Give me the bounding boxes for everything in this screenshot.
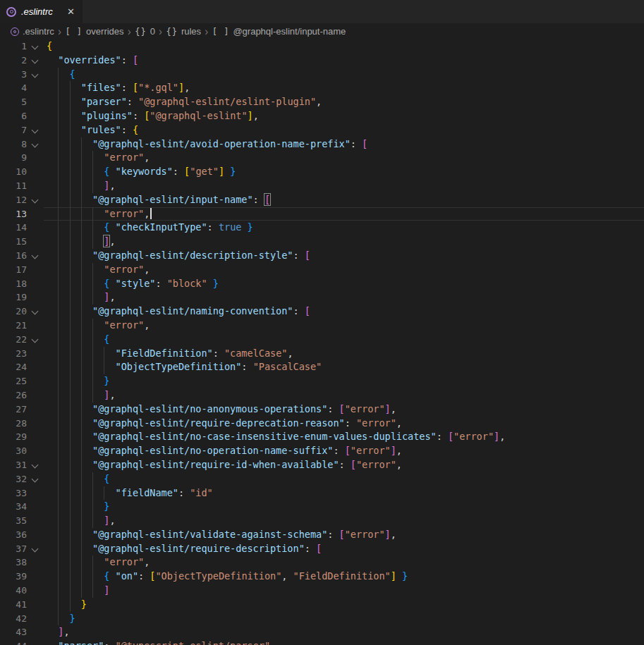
code-line[interactable]: 28 "@graphql-eslint/require-deprecation-… [0,417,644,431]
code-line[interactable]: 40 ] [0,584,644,598]
code-text[interactable]: "@graphql-eslint/input-name": [ [44,193,644,207]
line-number[interactable]: 37 [0,542,27,556]
line-number[interactable]: 34 [0,500,27,514]
code-text[interactable]: ] [44,584,644,598]
line-number[interactable]: 10 [0,165,27,179]
code-text[interactable]: "@graphql-eslint/require-description": [ [44,542,644,556]
code-text[interactable]: ], [44,179,644,193]
code-line[interactable]: 4 "files": ["*.gql"], [0,81,644,95]
line-number[interactable]: 17 [0,263,27,277]
line-number[interactable]: 9 [0,151,27,165]
code-text[interactable]: "parser": "@graphql-eslint/eslint-plugin… [44,95,644,109]
code-text[interactable]: "FieldDefinition": "camelCase", [44,347,644,361]
code-line[interactable]: 43 ], [0,625,644,639]
code-line[interactable]: 13 "error", [0,207,644,221]
line-number[interactable]: 16 [0,249,27,263]
line-number[interactable]: 12 [0,193,27,207]
code-line[interactable]: 1{ [0,39,644,54]
code-line[interactable]: 33 "fieldName": "id" [0,486,644,500]
line-number[interactable]: 25 [0,374,27,388]
code-text[interactable]: "ObjectTypeDefinition": "PascalCase" [44,360,644,374]
code-text[interactable]: "@graphql-eslint/naming-convention": [ [44,305,644,319]
code-line[interactable]: 34 } [0,500,644,514]
line-number[interactable]: 6 [0,109,27,123]
code-text[interactable]: ], [44,235,644,249]
close-icon[interactable]: ✕ [66,6,76,17]
chevron-down-icon[interactable] [27,193,44,207]
line-number[interactable]: 4 [0,81,27,95]
code-text[interactable]: { [44,68,644,82]
line-number[interactable]: 23 [0,347,27,361]
code-line[interactable]: 14 { "checkInputType": true } [0,221,644,235]
code-text[interactable]: "plugins": ["@graphql-eslint"], [44,109,644,123]
code-text[interactable]: { [44,472,644,486]
line-number[interactable]: 28 [0,417,27,431]
line-number[interactable]: 43 [0,625,27,639]
code-text[interactable]: "error", [44,319,644,333]
code-line[interactable]: 18 { "style": "block" } [0,277,644,291]
code-line[interactable]: 36 "@graphql-eslint/validate-against-sch… [0,528,644,542]
chevron-down-icon[interactable] [27,123,44,137]
code-line[interactable]: 24 "ObjectTypeDefinition": "PascalCase" [0,360,644,374]
code-line[interactable]: 25 } [0,374,644,388]
chevron-down-icon[interactable] [27,458,44,472]
code-line[interactable]: 29 "@graphql-eslint/no-case-insensitive-… [0,430,644,444]
code-text[interactable]: } [44,598,644,612]
line-number[interactable]: 15 [0,235,27,249]
line-number[interactable]: 1 [0,39,27,54]
code-text[interactable]: "overrides": [ [44,54,644,68]
code-line[interactable]: 35 ], [0,514,644,528]
code-text[interactable]: "@graphql-eslint/avoid-operation-name-pr… [44,137,644,152]
code-line[interactable]: 41 } [0,598,644,612]
line-number[interactable]: 11 [0,179,27,193]
code-line[interactable]: 2 "overrides": [ [0,54,644,68]
line-number[interactable]: 30 [0,444,27,458]
code-line[interactable]: 31 "@graphql-eslint/require-id-when-avai… [0,458,644,472]
line-number[interactable]: 44 [0,639,27,645]
code-text[interactable]: "@graphql-eslint/no-anonymous-operations… [44,403,644,417]
line-number[interactable]: 14 [0,221,27,235]
line-number[interactable]: 20 [0,305,27,319]
chevron-down-icon[interactable] [27,54,44,68]
line-number[interactable]: 38 [0,555,27,570]
code-text[interactable]: "error", [44,207,644,221]
code-text[interactable]: "@graphql-eslint/require-deprecation-rea… [44,417,644,431]
chevron-down-icon[interactable] [27,542,44,556]
code-text[interactable]: { "style": "block" } [44,277,644,291]
code-line[interactable]: 7 "rules": { [0,123,644,137]
code-line[interactable]: 44 "parser": "@typescript-eslint/parser"… [0,639,644,645]
chevron-down-icon[interactable] [27,472,44,486]
code-text[interactable]: { [44,39,644,54]
code-line[interactable]: 23 "FieldDefinition": "camelCase", [0,347,644,361]
code-line[interactable]: 16 "@graphql-eslint/description-style": … [0,249,644,263]
code-text[interactable]: } [44,374,644,388]
code-text[interactable]: ], [44,290,644,305]
code-line[interactable]: 5 "parser": "@graphql-eslint/eslint-plug… [0,95,644,109]
line-number[interactable]: 32 [0,472,27,486]
code-text[interactable]: { "checkInputType": true } [44,221,644,235]
code-text[interactable]: "@graphql-eslint/no-case-insensitive-enu… [44,430,644,444]
line-number[interactable]: 31 [0,458,27,472]
code-text[interactable]: "error", [44,151,644,165]
code-line[interactable]: 17 "error", [0,263,644,277]
code-text[interactable]: } [44,500,644,514]
code-text[interactable]: "rules": { [44,123,644,137]
code-line[interactable]: 20 "@graphql-eslint/naming-convention": … [0,305,644,319]
line-number[interactable]: 27 [0,403,27,417]
line-number[interactable]: 7 [0,123,27,137]
chevron-down-icon[interactable] [27,137,44,152]
line-number[interactable]: 19 [0,290,27,305]
code-line[interactable]: 8 "@graphql-eslint/avoid-operation-name-… [0,137,644,152]
code-line[interactable]: 32 { [0,472,644,486]
chevron-down-icon[interactable] [27,68,44,82]
line-number[interactable]: 13 [0,207,27,221]
code-line[interactable]: 38 "error", [0,555,644,570]
code-line[interactable]: 42 } [0,612,644,626]
code-text[interactable]: { "keywords": ["get"] } [44,165,644,179]
tab-eslintrc[interactable]: .eslintrc ✕ [0,0,83,23]
line-number[interactable]: 33 [0,486,27,500]
code-text[interactable]: "parser": "@typescript-eslint/parser", [44,639,644,645]
line-number[interactable]: 8 [0,137,27,152]
code-line[interactable]: 19 ], [0,290,644,305]
code-text[interactable]: "@graphql-eslint/description-style": [ [44,249,644,263]
